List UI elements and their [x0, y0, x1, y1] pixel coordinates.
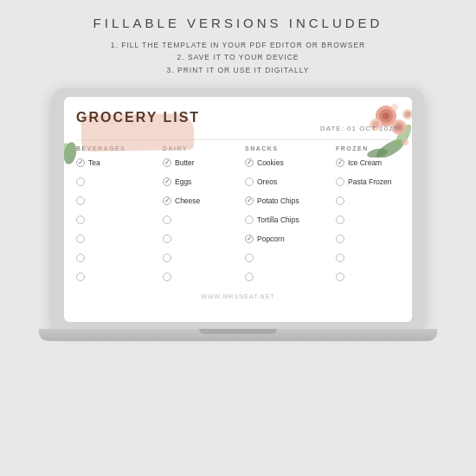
cell-beverages: [76, 196, 163, 205]
checkbox[interactable]: [163, 273, 171, 281]
cell-dairy: [163, 235, 245, 243]
instruction-2: 2. SAVE IT TO YOUR DEVICE: [111, 51, 366, 63]
cell-snacks: ✓Potato Chips: [245, 196, 336, 205]
cell-frozen: [336, 254, 400, 262]
checkbox[interactable]: ✓: [163, 158, 171, 167]
checkbox[interactable]: [245, 254, 254, 262]
grocery-title: GROCERY LIST: [76, 109, 200, 125]
cell-text: Pasta Frozen: [348, 177, 392, 186]
cell-frozen: [336, 196, 400, 205]
checkbox[interactable]: [76, 215, 85, 224]
checkbox[interactable]: [245, 177, 254, 186]
cell-text: Tea: [88, 158, 100, 167]
checkbox[interactable]: [76, 254, 85, 262]
checkbox[interactable]: ✓: [245, 196, 254, 205]
checkbox[interactable]: ✓: [163, 196, 171, 205]
table-row: ✓Cheese✓Potato Chips: [76, 193, 400, 209]
instructions-list: 1. FILL THE TEMPLATE IN YOUR PDF EDITOR …: [111, 39, 366, 76]
footer-url: WWW.MRSNEAT.NET: [64, 288, 412, 303]
checkbox[interactable]: [76, 177, 85, 186]
cell-snacks: Oreos: [245, 177, 336, 186]
cell-snacks: Tortilla Chips: [245, 215, 336, 224]
laptop-base: [39, 329, 437, 341]
checkbox[interactable]: ✓: [245, 158, 254, 167]
cell-dairy: [163, 273, 245, 281]
table-row: [76, 269, 400, 285]
checkbox[interactable]: [336, 273, 344, 281]
cell-frozen: [336, 215, 400, 224]
checkbox[interactable]: [163, 235, 171, 243]
instruction-3: 3. PRINT IT OR USE IT DIGITALLY: [111, 64, 366, 76]
checkbox[interactable]: [163, 254, 171, 262]
checkbox[interactable]: [76, 235, 85, 243]
cell-text: Butter: [175, 158, 195, 167]
grid-rows: ✓Tea✓Butter✓Cookies✓Ice Cream✓EggsOreosP…: [64, 155, 412, 285]
cell-text: Popcorn: [257, 235, 285, 243]
checkbox[interactable]: [336, 196, 344, 205]
leaf-left-icon: [64, 140, 78, 166]
table-row: ✓Popcorn: [76, 231, 400, 247]
cell-snacks: ✓Popcorn: [245, 235, 336, 243]
checkbox[interactable]: ✓: [336, 158, 344, 167]
cell-text: Oreos: [257, 177, 277, 186]
cell-frozen: ✓Ice Cream: [336, 158, 400, 167]
table-row: Tortilla Chips: [76, 212, 400, 228]
table-row: ✓EggsOreosPasta Frozen: [76, 174, 400, 190]
laptop-notch: [199, 329, 277, 334]
cell-frozen: Pasta Frozen: [336, 177, 400, 186]
checkbox[interactable]: [76, 273, 85, 281]
cell-text: Ice Cream: [348, 158, 382, 167]
cell-beverages: [76, 254, 163, 262]
instruction-1: 1. FILL THE TEMPLATE IN YOUR PDF EDITOR …: [111, 39, 366, 51]
checkbox[interactable]: [163, 215, 171, 224]
cell-text: Cheese: [175, 196, 200, 205]
cell-beverages: [76, 215, 163, 224]
table-row: [76, 250, 400, 266]
laptop-outer: GROCERY LIST DATE: 01 Oct 2025 BEVERAGES…: [52, 88, 424, 329]
cell-frozen: [336, 273, 400, 281]
laptop-screen: GROCERY LIST DATE: 01 Oct 2025 BEVERAGES…: [64, 97, 412, 322]
svg-point-14: [402, 138, 408, 145]
cell-beverages: [76, 177, 163, 186]
checkbox[interactable]: [336, 215, 344, 224]
grocery-header: GROCERY LIST DATE: 01 Oct 2025: [64, 97, 412, 139]
cell-text: Tortilla Chips: [257, 215, 299, 224]
cell-dairy: ✓Cheese: [163, 196, 245, 205]
cell-beverages: [76, 273, 163, 281]
cell-beverages: [76, 235, 163, 243]
cell-text: Cookies: [257, 158, 284, 167]
cell-text: Potato Chips: [257, 196, 299, 205]
cell-snacks: [245, 254, 336, 262]
header-left: GROCERY LIST: [76, 109, 200, 125]
checkbox[interactable]: [76, 196, 85, 205]
cell-snacks: ✓Cookies: [245, 158, 336, 167]
grocery-content: GROCERY LIST DATE: 01 Oct 2025 BEVERAGES…: [64, 97, 412, 303]
cell-dairy: [163, 215, 245, 224]
cell-snacks: [245, 273, 336, 281]
checkbox[interactable]: [336, 235, 344, 243]
checkbox[interactable]: ✓: [245, 235, 254, 243]
date-label: DATE: 01 Oct 2025: [320, 125, 398, 132]
checkbox[interactable]: [245, 273, 254, 281]
checkbox[interactable]: [336, 177, 344, 186]
checkbox[interactable]: ✓: [163, 177, 171, 186]
cell-dairy: [163, 254, 245, 262]
cell-dairy: ✓Eggs: [163, 177, 245, 186]
checkbox[interactable]: [336, 254, 344, 262]
cell-frozen: [336, 235, 400, 243]
page-title: FILLABLE VERSIONS INCLUDED: [93, 16, 383, 30]
cell-dairy: ✓Butter: [163, 158, 245, 167]
cell-text: Eggs: [175, 177, 191, 186]
cell-beverages: ✓Tea: [76, 158, 163, 167]
col-header-snacks: SNACKS: [245, 145, 336, 151]
checkbox[interactable]: [245, 215, 254, 224]
